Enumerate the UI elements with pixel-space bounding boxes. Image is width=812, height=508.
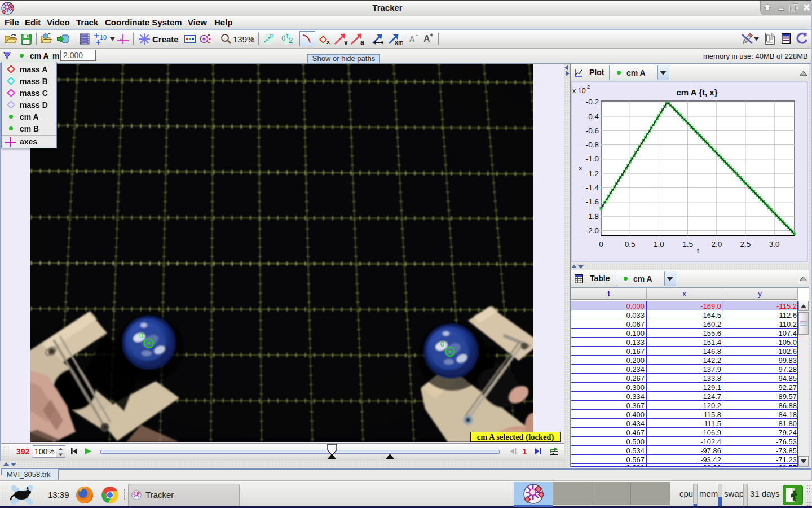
svg-text:-2.0: -2.0 [586, 226, 599, 235]
svg-text:A: A [423, 34, 430, 43]
svg-text:-0.8: -0.8 [586, 141, 599, 149]
svg-text:x: x [326, 38, 330, 45]
svg-text:-1.4: -1.4 [586, 183, 599, 192]
svg-text:t: t [697, 247, 699, 255]
svg-text:a: a [360, 38, 364, 45]
svg-text:1.0: 1.0 [654, 240, 664, 248]
svg-text:10: 10 [100, 34, 107, 41]
svg-text:-0.4: -0.4 [586, 112, 599, 121]
svg-text:x: x [579, 164, 582, 172]
svg-text:-0.2: -0.2 [586, 98, 599, 106]
svg-text:2.0: 2.0 [711, 240, 722, 248]
svg-text:cm A {t, x}: cm A {t, x} [676, 87, 717, 97]
svg-text:-1.6: -1.6 [586, 198, 599, 206]
svg-text:0.5: 0.5 [625, 240, 636, 248]
svg-text:-1.8: -1.8 [586, 212, 599, 221]
svg-text:0: 0 [440, 340, 444, 348]
svg-text:2: 2 [587, 84, 590, 90]
svg-text:-0.6: -0.6 [586, 126, 599, 135]
svg-text:1.5: 1.5 [682, 240, 693, 248]
svg-text:-1.2: -1.2 [586, 169, 599, 178]
svg-text:x 10: x 10 [572, 87, 586, 95]
svg-text:0: 0 [282, 34, 286, 42]
svg-text:0: 0 [599, 240, 603, 248]
svg-text:0: 0 [139, 331, 143, 340]
svg-text:3.0: 3.0 [769, 240, 780, 248]
svg-text:-1.0: -1.0 [586, 155, 599, 163]
svg-text:2.5: 2.5 [740, 240, 751, 248]
svg-text:2: 2 [289, 36, 293, 45]
svg-text:v: v [344, 38, 348, 45]
svg-text:A: A [409, 34, 415, 43]
svg-text:xm: xm [395, 39, 403, 45]
